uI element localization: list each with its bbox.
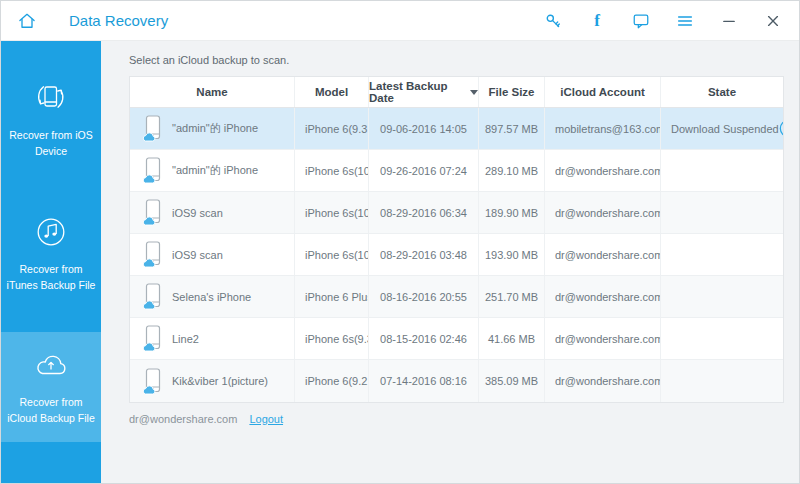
backup-name: Line2 (172, 333, 199, 345)
app-window: Data Recovery f (0, 0, 800, 484)
backup-name: Selena's iPhone (172, 291, 251, 303)
sidebar-item-label: Recover from iTunes Backup File (6, 261, 96, 294)
sidebar-item-label: Recover from iOS Device (6, 127, 96, 160)
model-cell: iPhone 6s(10.0) (295, 192, 369, 233)
account-cell: dr@wondershare.com (545, 276, 661, 317)
backup-name: "admin"的 iPhone (172, 163, 258, 178)
size-cell: 193.90 MB (479, 234, 545, 275)
column-header-latest-backup-date[interactable]: Latest Backup Date (369, 77, 479, 107)
date-cell: 08-16-2016 20:55 (369, 276, 479, 317)
date-cell: 09-26-2016 07:24 (369, 150, 479, 191)
model-cell: iPhone 6(9.3.4) (295, 108, 369, 149)
size-cell: 251.70 MB (479, 276, 545, 317)
name-cell: Kik&viber 1(picture) (130, 360, 295, 402)
model-cell: iPhone 6(9.2.1) (295, 360, 369, 402)
sidebar-item-recover-itunes-backup[interactable]: Recover from iTunes Backup File (1, 199, 101, 309)
logout-link[interactable]: Logout (249, 413, 283, 425)
instruction-text: Select an iCloud backup to scan. (129, 54, 784, 66)
name-cell: Selena's iPhone (130, 276, 295, 317)
name-cell: iOS9 scan (130, 192, 295, 233)
column-header-name[interactable]: Name (130, 77, 295, 107)
model-cell: iPhone 6s(9.3.1) (295, 318, 369, 359)
key-icon[interactable] (543, 11, 563, 31)
state-cell (661, 276, 783, 317)
backup-row[interactable]: Kik&viber 1(picture)iPhone 6(9.2.1)07-14… (130, 360, 783, 402)
main-panel: Select an iCloud backup to scan. NameMod… (101, 41, 800, 483)
sidebar-item-recover-ios-device[interactable]: Recover from iOS Device (1, 65, 101, 175)
device-cloud-icon (142, 115, 163, 142)
size-cell: 385.09 MB (479, 360, 545, 402)
state-cell (661, 360, 783, 402)
date-cell: 07-14-2016 08:16 (369, 360, 479, 402)
column-header-label: Model (315, 86, 348, 98)
account-cell: dr@wondershare.com (545, 360, 661, 402)
sidebar-item-label: Recover from iCloud Backup File (6, 394, 96, 427)
table-header-row: NameModelLatest Backup DateFile SizeiClo… (130, 77, 783, 108)
account-cell: dr@wondershare.com (545, 318, 661, 359)
page-title: Data Recovery (69, 12, 168, 29)
size-cell: 289.10 MB (479, 150, 545, 191)
backup-table: NameModelLatest Backup DateFile SizeiClo… (129, 76, 784, 403)
device-cloud-icon (142, 157, 163, 184)
state-cell (661, 192, 783, 233)
date-cell: 08-15-2016 02:46 (369, 318, 479, 359)
column-header-label: State (708, 86, 736, 98)
column-header-label: Latest Backup Date (369, 80, 464, 104)
ios-device-recover-icon (33, 80, 69, 116)
model-cell: iPhone 6 Plus(... (295, 276, 369, 317)
itunes-backup-recover-icon (33, 214, 69, 250)
account-cell: dr@wondershare.com (545, 234, 661, 275)
state-cell (661, 234, 783, 275)
column-header-label: Name (196, 86, 227, 98)
model-cell: iPhone 6s(10.0) (295, 234, 369, 275)
backup-row[interactable]: "admin"的 iPhoneiPhone 6(9.3.4)09-06-2016… (130, 108, 783, 150)
title-bar: Data Recovery f (1, 1, 799, 41)
column-header-model[interactable]: Model (295, 77, 369, 107)
device-cloud-icon (142, 241, 163, 268)
name-cell: Line2 (130, 318, 295, 359)
column-header-icloud-account[interactable]: iCloud Account (545, 77, 661, 107)
sidebar: Recover from iOS Device Recover from iTu… (1, 41, 101, 483)
logged-in-account: dr@wondershare.com (129, 413, 237, 425)
home-icon[interactable] (17, 11, 37, 31)
table-body: "admin"的 iPhoneiPhone 6(9.3.4)09-06-2016… (130, 108, 783, 402)
device-cloud-icon (142, 199, 163, 226)
backup-name: iOS9 scan (172, 249, 223, 261)
facebook-icon[interactable]: f (587, 11, 607, 31)
backup-row[interactable]: iOS9 scaniPhone 6s(10.0)08-29-2016 03:48… (130, 234, 783, 276)
backup-row[interactable]: Line2iPhone 6s(9.3.1)08-15-2016 02:4641.… (130, 318, 783, 360)
device-cloud-icon (142, 283, 163, 310)
name-cell: iOS9 scan (130, 234, 295, 275)
state-cell (661, 318, 783, 359)
name-cell: "admin"的 iPhone (130, 150, 295, 191)
backup-row[interactable]: Selena's iPhoneiPhone 6 Plus(...08-16-20… (130, 276, 783, 318)
backup-name: "admin"的 iPhone (172, 121, 258, 136)
backup-row[interactable]: "admin"的 iPhoneiPhone 6s(10...09-26-2016… (130, 150, 783, 192)
resume-download-icon[interactable] (779, 119, 783, 138)
account-bar: dr@wondershare.com Logout (129, 413, 784, 425)
backup-name: iOS9 scan (172, 207, 223, 219)
icloud-backup-recover-icon (33, 347, 69, 383)
date-cell: 09-06-2016 14:05 (369, 108, 479, 149)
state-text: Download Suspended (671, 123, 779, 135)
size-cell: 189.90 MB (479, 192, 545, 233)
name-cell: "admin"的 iPhone (130, 108, 295, 149)
column-header-state[interactable]: State (661, 77, 783, 107)
minimize-icon[interactable] (719, 11, 739, 31)
backup-row[interactable]: iOS9 scaniPhone 6s(10.0)08-29-2016 06:34… (130, 192, 783, 234)
column-header-label: iCloud Account (560, 86, 645, 98)
menu-icon[interactable] (675, 11, 695, 31)
account-cell: dr@wondershare.com (545, 150, 661, 191)
sidebar-item-recover-icloud-backup[interactable]: Recover from iCloud Backup File (1, 332, 101, 442)
date-cell: 08-29-2016 03:48 (369, 234, 479, 275)
feedback-icon[interactable] (631, 11, 651, 31)
close-icon[interactable] (763, 11, 783, 31)
model-cell: iPhone 6s(10... (295, 150, 369, 191)
state-cell: Download Suspended (661, 108, 783, 149)
sort-desc-icon (470, 90, 478, 95)
column-header-file-size[interactable]: File Size (479, 77, 545, 107)
date-cell: 08-29-2016 06:34 (369, 192, 479, 233)
device-cloud-icon (142, 325, 163, 352)
backup-name: Kik&viber 1(picture) (172, 375, 268, 387)
size-cell: 41.66 MB (479, 318, 545, 359)
